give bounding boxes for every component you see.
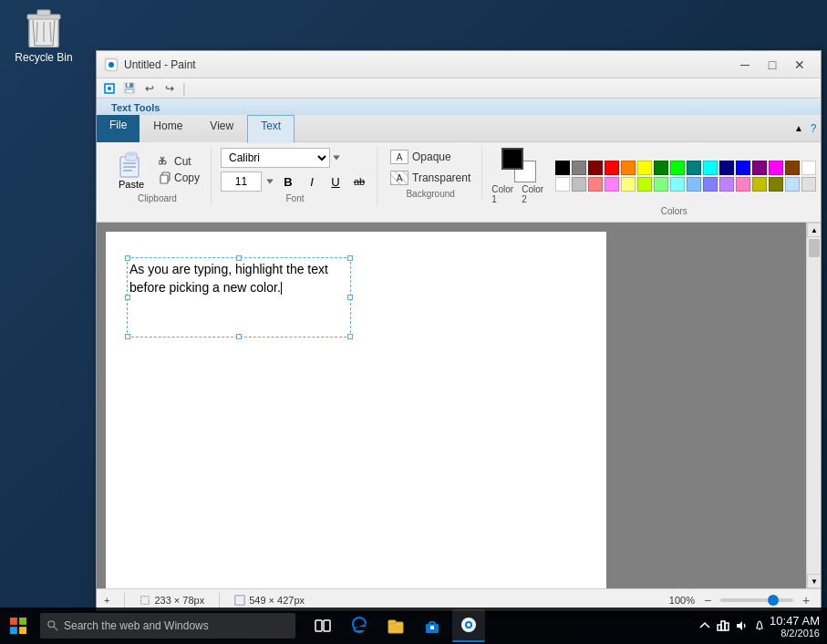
swatch-navy[interactable]	[719, 161, 734, 175]
transparent-button[interactable]: A Transparent	[387, 169, 474, 187]
redo-button[interactable]: ↪	[160, 79, 179, 98]
canvas[interactable]: As you are typing, highlight the text be…	[106, 232, 606, 588]
recycle-bin[interactable]: Recycle Bin	[7, 0, 80, 71]
swatch-purple[interactable]	[752, 161, 767, 175]
scroll-down-button[interactable]: ▼	[807, 574, 821, 588]
font-family-select[interactable]: Calibri Arial Times New Roman	[221, 148, 330, 168]
swatch-lightblue[interactable]	[687, 177, 701, 192]
swatch-pink[interactable]	[605, 177, 619, 192]
swatch-cyan[interactable]	[703, 161, 718, 175]
swatch-orange[interactable]	[621, 161, 636, 175]
swatch-blue[interactable]	[736, 161, 750, 175]
canvas-scroll[interactable]: As you are typing, highlight the text be…	[97, 223, 806, 588]
tab-file[interactable]: File	[97, 115, 140, 142]
font-size-row: B I U ab	[221, 171, 369, 192]
swatch-olive[interactable]	[769, 177, 783, 192]
swatch-white[interactable]	[801, 161, 816, 175]
swatch-lavender[interactable]	[719, 177, 734, 192]
tab-text[interactable]: Text	[247, 115, 295, 143]
zoom-thumb[interactable]	[768, 595, 779, 606]
bold-button[interactable]: B	[278, 171, 298, 192]
start-button[interactable]	[0, 608, 36, 644]
colors-group: Color 1 Color 2	[484, 146, 827, 218]
notification-icon[interactable]	[753, 619, 766, 632]
save-button[interactable]	[120, 79, 139, 98]
network-icon[interactable]	[717, 619, 729, 632]
scroll-thumb[interactable]	[809, 239, 820, 257]
handle-tr[interactable]	[347, 255, 353, 261]
explorer-button[interactable]	[379, 609, 412, 642]
time-display[interactable]: 10:47 AM 8/2/2016	[770, 614, 820, 639]
swatch-maroon[interactable]	[588, 161, 603, 175]
close-button[interactable]: ✕	[786, 52, 813, 78]
swatch-periwinkle[interactable]	[703, 177, 718, 192]
swatch-salmon[interactable]	[588, 177, 603, 192]
task-view-button[interactable]	[306, 609, 339, 642]
cut-button[interactable]: Cut	[155, 154, 203, 169]
swatch-gray[interactable]	[572, 161, 586, 175]
zoom-minus-button[interactable]: −	[700, 593, 715, 608]
swatch-hotpink[interactable]	[736, 177, 750, 192]
svg-rect-19	[123, 166, 136, 168]
svg-rect-38	[390, 628, 401, 630]
scroll-up-button[interactable]: ▲	[807, 223, 821, 237]
color1-swatch[interactable]	[501, 148, 523, 170]
swatch-white2[interactable]	[555, 177, 570, 192]
volume-icon[interactable]	[735, 619, 748, 632]
undo-button[interactable]: ↩	[140, 79, 159, 98]
swatch-chartreuse[interactable]	[637, 177, 652, 192]
search-placeholder: Search the web and Windows	[64, 619, 209, 632]
swatch-red[interactable]	[605, 161, 619, 175]
paste-button[interactable]: Paste	[111, 148, 151, 192]
swatch-magenta[interactable]	[769, 161, 783, 175]
underline-label: U	[331, 175, 339, 189]
underline-button[interactable]: U	[326, 171, 346, 192]
swatch-lightgreen[interactable]	[654, 177, 668, 192]
swatch-lime[interactable]	[670, 161, 685, 175]
edit-colors-button[interactable]: Edit colors	[822, 152, 827, 200]
store-button[interactable]	[416, 609, 449, 642]
swatch-lightyellow[interactable]	[621, 177, 636, 192]
canvas-text[interactable]: As you are typing, highlight the text be…	[129, 261, 346, 296]
opaque-button[interactable]: A Opaque	[387, 148, 474, 166]
swatch-brown[interactable]	[785, 161, 800, 175]
copy-button[interactable]: Copy	[155, 171, 203, 185]
handle-bm[interactable]	[236, 334, 242, 339]
paint-taskbar-button[interactable]	[452, 609, 485, 642]
fontsize-dropdown-icon	[265, 177, 274, 186]
handle-bl[interactable]	[125, 334, 130, 339]
italic-button[interactable]: I	[302, 171, 322, 192]
swatch-black[interactable]	[555, 161, 570, 175]
ribbon-collapse-button[interactable]: ▲	[791, 115, 806, 142]
maximize-button[interactable]: □	[759, 52, 786, 78]
canvas-area: As you are typing, highlight the text be…	[97, 223, 821, 588]
handle-br[interactable]	[347, 334, 353, 339]
tab-home[interactable]: Home	[140, 115, 196, 142]
zoom-plus-button[interactable]: +	[799, 593, 813, 608]
zoom-slider[interactable]	[720, 598, 793, 602]
status-sep2	[219, 593, 220, 608]
font-size-input[interactable]	[221, 171, 262, 192]
swatch-olive2[interactable]	[752, 177, 767, 192]
scroll-track[interactable]	[807, 237, 821, 574]
strikethrough-button[interactable]: ab	[349, 171, 369, 192]
svg-line-3	[36, 22, 37, 42]
handle-mr[interactable]	[347, 295, 353, 300]
vertical-scrollbar[interactable]: ▲ ▼	[806, 223, 821, 588]
search-bar[interactable]: Search the web and Windows	[40, 613, 295, 639]
swatch-lightgray[interactable]	[801, 177, 816, 192]
tab-view[interactable]: View	[196, 115, 247, 142]
swatch-teal[interactable]	[687, 161, 701, 175]
minimize-button[interactable]: ─	[731, 52, 759, 78]
edge-button[interactable]	[343, 609, 376, 642]
help-button[interactable]: ?	[806, 115, 821, 142]
swatch-yellow[interactable]	[637, 161, 652, 175]
paint-app-icon[interactable]	[100, 79, 119, 98]
chevron-up-icon[interactable]	[698, 619, 711, 632]
swatch-green[interactable]	[654, 161, 668, 175]
color2-label: Color 2	[522, 184, 546, 204]
swatch-silver[interactable]	[572, 177, 586, 192]
search-icon	[47, 620, 58, 631]
swatch-sky[interactable]	[785, 177, 800, 192]
swatch-lightcyan[interactable]	[670, 177, 685, 192]
